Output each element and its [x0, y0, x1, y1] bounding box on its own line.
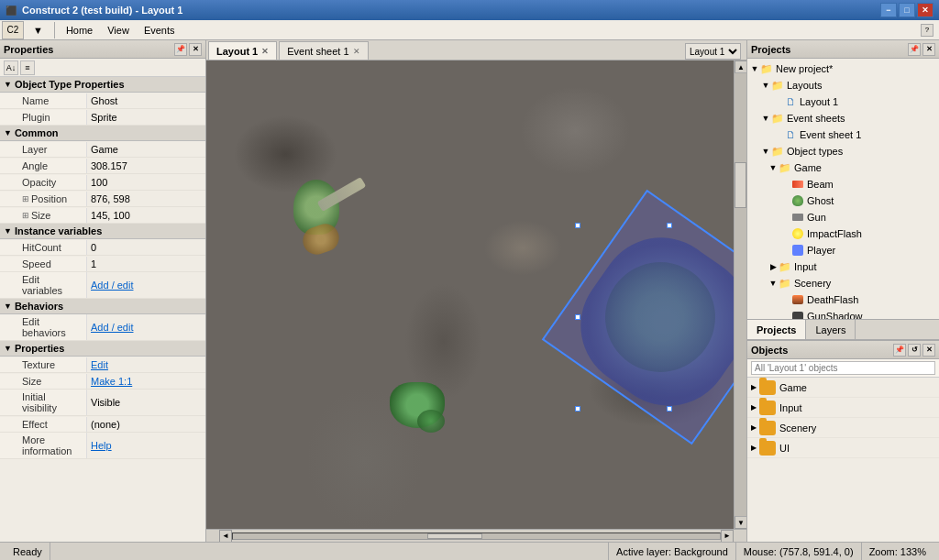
objects-folder-scenery[interactable]: ▶ Scenery: [747, 418, 939, 438]
tree-player[interactable]: Player: [747, 242, 939, 258]
prop-plugin-value: Sprite: [87, 110, 205, 125]
selected-object[interactable]: [569, 216, 734, 418]
tab-layers[interactable]: Layers: [806, 320, 856, 339]
tab-layout1[interactable]: Layout 1 ✕: [208, 41, 277, 60]
prop-size2-link[interactable]: Make 1:1: [87, 374, 205, 389]
tab-layout1-close[interactable]: ✕: [261, 47, 269, 56]
handle-bottomleft[interactable]: [575, 406, 580, 412]
section-behaviors: ▼ Behaviors: [0, 299, 205, 314]
status-zoom: Zoom: 133%: [862, 543, 933, 560]
event-sheets-folder-icon: 📁: [771, 112, 784, 125]
ui-folder-icon-large: [759, 441, 776, 456]
tree-deathflash[interactable]: DeathFlash: [747, 291, 939, 308]
tree-scenery[interactable]: ▼ 📁 Scenery: [747, 275, 939, 291]
layout-dropdown[interactable]: Layout 1: [685, 43, 741, 60]
objects-filter-input[interactable]: [751, 361, 935, 375]
input-toggle[interactable]: ▶: [768, 262, 779, 271]
prop-more-info-link[interactable]: Help: [87, 438, 205, 453]
tree-layouts-label: Layouts: [787, 80, 823, 91]
tree-event-sheet1[interactable]: 🗋 Event sheet 1: [747, 126, 939, 143]
prop-more-info-label: More information: [0, 433, 87, 458]
prop-edit-vars-link[interactable]: Add / edit: [87, 278, 205, 292]
scroll-left-arrow[interactable]: ◄: [219, 530, 232, 543]
tree-event-sheets[interactable]: ▼ 📁 Event sheets: [747, 110, 939, 126]
canvas-area[interactable]: [206, 60, 734, 529]
prop-opacity: Opacity 100: [0, 174, 205, 191]
sort-alpha-button[interactable]: A↓: [4, 60, 18, 75]
menu-home[interactable]: Home: [59, 23, 100, 38]
tree-game[interactable]: ▼ 📁 Game: [747, 159, 939, 176]
objects-pin-button[interactable]: 📌: [893, 344, 906, 357]
menu-item-dropdown[interactable]: ▼: [26, 23, 50, 38]
tab-projects[interactable]: Projects: [747, 320, 806, 339]
selection-box: [542, 190, 734, 445]
handle-top[interactable]: [667, 223, 672, 228]
prop-texture: Texture Edit: [0, 357, 205, 373]
handle-bottom[interactable]: [667, 406, 672, 412]
objects-folder-input[interactable]: ▶ Input: [747, 398, 939, 418]
tree-input[interactable]: ▶ 📁 Input: [747, 258, 939, 275]
section-common: ▼ Common: [0, 126, 205, 141]
objects-filter-bar: [747, 359, 939, 378]
help-button[interactable]: ?: [921, 24, 933, 37]
sort-group-button[interactable]: ≡: [20, 60, 35, 75]
ghost-object[interactable]: [280, 180, 362, 262]
event-sheets-toggle[interactable]: ▼: [760, 114, 771, 123]
tree-gunshadow[interactable]: GunShadow: [747, 308, 939, 319]
objects-folder-ui[interactable]: ▶ UI: [747, 438, 939, 458]
section-toggle-behaviors[interactable]: ▼: [4, 302, 12, 311]
tab-bar: Layout 1 ✕ Event sheet 1 ✕ Layout 1: [206, 40, 746, 60]
objects-panel: Objects 📌 ↺ ✕ ▶ Game ▶: [747, 340, 939, 542]
properties-pin-button[interactable]: 📌: [174, 43, 187, 56]
scroll-up-arrow[interactable]: ▲: [735, 60, 746, 73]
section-toggle-instance[interactable]: ▼: [4, 226, 12, 236]
tree-gun[interactable]: Gun: [747, 209, 939, 225]
menu-events[interactable]: Events: [137, 23, 182, 38]
tab-event-sheet1-close[interactable]: ✕: [353, 47, 360, 56]
minimize-button[interactable]: −: [880, 3, 897, 17]
prop-edit-behaviors-link[interactable]: Add / edit: [87, 320, 205, 335]
tree-layout1[interactable]: 🗋 Layout 1: [747, 93, 939, 110]
objects-refresh-button[interactable]: ↺: [908, 344, 921, 357]
prop-texture-link[interactable]: Edit: [87, 357, 205, 372]
section-toggle-common[interactable]: ▼: [4, 128, 12, 137]
tab-event-sheet1[interactable]: Event sheet 1 ✕: [279, 41, 368, 60]
tree-layouts[interactable]: ▼ 📁 Layouts: [747, 77, 939, 93]
title-bar: ⬛ Construct 2 (test build) - Layout 1 − …: [0, 0, 939, 20]
handle-left[interactable]: [575, 314, 580, 320]
maximize-button[interactable]: □: [899, 3, 915, 17]
prop-angle: Angle 308.157: [0, 158, 205, 174]
tree-ghost[interactable]: Ghost: [747, 192, 939, 209]
objects-folder-game[interactable]: ▶ Game: [747, 378, 939, 398]
game-toggle[interactable]: ▼: [768, 163, 779, 172]
scroll-down-arrow[interactable]: ▼: [735, 516, 746, 529]
scrollbar-thumb[interactable]: [427, 533, 482, 539]
tree-object-types[interactable]: ▼ 📁 Object types: [747, 143, 939, 159]
tab-event-sheet1-label: Event sheet 1: [287, 46, 348, 57]
section-toggle-object-type[interactable]: ▼: [4, 80, 12, 89]
tree-root[interactable]: ▼ 📁 New project*: [747, 60, 939, 77]
close-button[interactable]: ✕: [917, 3, 933, 17]
tree-impactflash[interactable]: ImpactFlash: [747, 225, 939, 242]
projects-close-button[interactable]: ✕: [922, 43, 935, 56]
objects-close-button[interactable]: ✕: [922, 344, 935, 357]
creature-object: [390, 382, 463, 456]
scroll-vthumb[interactable]: [735, 162, 746, 208]
scenery-toggle[interactable]: ▼: [768, 279, 779, 288]
prop-speed-value: 1: [87, 257, 205, 271]
scroll-right-arrow[interactable]: ►: [721, 530, 734, 543]
scenery-folder-icon: 📁: [779, 277, 791, 290]
projects-pin-button[interactable]: 📌: [908, 43, 921, 56]
scenery-folder-icon-large: [759, 421, 776, 435]
root-toggle[interactable]: ▼: [749, 64, 760, 73]
handle-topleft[interactable]: [575, 223, 580, 228]
tree-beam[interactable]: Beam: [747, 176, 939, 192]
properties-close-button[interactable]: ✕: [189, 43, 202, 56]
layouts-toggle[interactable]: ▼: [760, 81, 771, 90]
canvas-scrollbar-vertical[interactable]: ▲ ▼: [734, 60, 746, 529]
object-types-toggle[interactable]: ▼: [760, 147, 771, 156]
prop-layer: Layer Game: [0, 141, 205, 158]
section-toggle-properties[interactable]: ▼: [4, 344, 12, 353]
canvas-scrollbar-horizontal[interactable]: ◄ ►: [206, 529, 746, 542]
menu-view[interactable]: View: [100, 23, 137, 38]
